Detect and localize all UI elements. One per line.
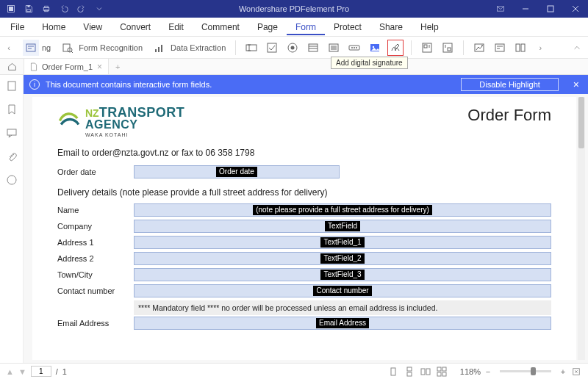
svg-rect-3: [28, 6, 30, 7]
menubar: File Home View Convert Edit Comment Page…: [0, 18, 588, 37]
address2-field[interactable]: TextField_2: [134, 252, 551, 265]
order-date-label: Order date: [57, 167, 126, 176]
svg-rect-25: [268, 43, 276, 52]
page-prev-icon[interactable]: ▲: [6, 367, 14, 376]
view-facing-continuous-icon[interactable]: [435, 366, 448, 378]
town-field[interactable]: TextField_3: [134, 268, 551, 281]
mail-icon[interactable]: [488, 0, 513, 18]
name-label: Name: [57, 206, 126, 214]
address1-field[interactable]: TextField_1: [134, 236, 551, 249]
disable-highlight-button[interactable]: Disable Highlight: [461, 78, 559, 91]
contact-field[interactable]: Contact number: [134, 284, 551, 297]
data-extraction-label: Data Extraction: [171, 43, 226, 52]
tab-close-icon[interactable]: ×: [97, 62, 102, 72]
menu-protect[interactable]: Protect: [325, 19, 370, 35]
combobox-field-icon[interactable]: [305, 40, 321, 56]
button-field-icon[interactable]: [346, 40, 362, 56]
save-icon[interactable]: [21, 1, 37, 17]
menu-help[interactable]: Help: [412, 19, 448, 35]
field-tag: Order date: [216, 167, 257, 177]
banner-message: This document contains interactive form …: [46, 80, 212, 89]
checkbox-field-icon[interactable]: [264, 40, 280, 56]
search-panel-icon[interactable]: [5, 173, 18, 187]
svg-rect-20: [161, 45, 162, 52]
close-button[interactable]: [563, 0, 588, 18]
svg-line-17: [71, 51, 73, 53]
svg-rect-62: [421, 369, 425, 375]
zoom-slider-handle[interactable]: [531, 367, 536, 375]
fit-page-icon[interactable]: [570, 366, 582, 378]
separator: [411, 40, 412, 55]
listbox-field-icon[interactable]: [326, 40, 342, 56]
app-menu-icon[interactable]: [3, 1, 19, 17]
page-current-input[interactable]: [31, 366, 51, 377]
svg-rect-67: [442, 372, 446, 376]
thumbnails-icon[interactable]: [5, 79, 18, 93]
ribbon-collapse-icon[interactable]: [569, 44, 585, 51]
tooltip: Add digital signature: [331, 57, 408, 69]
print-icon[interactable]: [38, 1, 54, 17]
minimize-button[interactable]: [513, 0, 538, 18]
form-recognition-label: Form Recognition: [79, 43, 143, 52]
field-tag: TextField_3: [320, 270, 364, 280]
menu-home[interactable]: Home: [33, 19, 74, 35]
order-date-field[interactable]: Order date: [134, 165, 340, 178]
undo-icon[interactable]: [56, 1, 72, 17]
svg-rect-57: [7, 129, 16, 135]
menu-comment[interactable]: Comment: [193, 19, 248, 35]
svg-rect-65: [442, 367, 446, 371]
attachments-icon[interactable]: [5, 150, 18, 163]
ribbon-scroll-left[interactable]: ‹: [3, 43, 15, 52]
qat-dropdown-icon[interactable]: [91, 1, 107, 17]
form-tool-c-icon[interactable]: [471, 40, 487, 56]
digital-signature-icon[interactable]: [387, 40, 404, 56]
add-tab-button[interactable]: +: [109, 59, 126, 74]
form-tool-a-icon[interactable]: [419, 40, 435, 56]
data-extraction-button[interactable]: Data Extraction: [149, 40, 228, 56]
document-tab[interactable]: Order Form_1 ×: [24, 59, 109, 74]
view-facing-icon[interactable]: [419, 366, 432, 378]
page-next-icon[interactable]: ▼: [18, 367, 26, 376]
menu-file[interactable]: File: [1, 19, 33, 35]
email-field[interactable]: Email Address: [134, 317, 551, 330]
delivery-heading: Delivery details (note please provide a …: [57, 187, 551, 198]
logo: NZTRANSPORT AGENCY WAKA KOTAHI: [57, 106, 184, 137]
menu-edit[interactable]: Edit: [159, 19, 193, 35]
banner-close-icon[interactable]: ×: [570, 79, 582, 90]
view-single-icon[interactable]: [387, 366, 400, 378]
maximize-button[interactable]: [538, 0, 563, 18]
svg-rect-59: [391, 368, 395, 375]
menu-share[interactable]: Share: [370, 19, 412, 35]
home-tab-icon[interactable]: [0, 59, 24, 74]
name-field[interactable]: (note please provide a full street addre…: [134, 203, 551, 217]
text-field-icon[interactable]: [243, 40, 259, 56]
svg-rect-63: [426, 369, 430, 375]
menu-convert[interactable]: Convert: [111, 19, 159, 35]
menu-page[interactable]: Page: [248, 19, 287, 35]
zoom-slider[interactable]: [500, 370, 551, 372]
form-recognition-button[interactable]: Form Recognition: [57, 40, 145, 56]
mandatory-note: **** Mandatory field **** no order will …: [134, 300, 551, 315]
form-tool-b-icon[interactable]: [440, 40, 456, 56]
form-tool-e-icon[interactable]: [512, 40, 528, 56]
scrollbar-thumb[interactable]: [578, 97, 584, 148]
company-field[interactable]: TextField: [134, 220, 551, 233]
bookmarks-icon[interactable]: [5, 103, 18, 116]
logo-sub: WAKA KOTAHI: [85, 132, 184, 137]
form-edit-button[interactable]: ng: [21, 40, 53, 56]
page-separator: /: [56, 367, 58, 376]
menu-view[interactable]: View: [74, 19, 111, 35]
vertical-scrollbar[interactable]: [578, 97, 585, 360]
menu-form[interactable]: Form: [287, 19, 325, 35]
svg-point-50: [481, 45, 483, 46]
form-tool-d-icon[interactable]: [492, 40, 508, 56]
zoom-out-button[interactable]: −: [484, 367, 492, 376]
redo-icon[interactable]: [74, 1, 90, 17]
titlebar: Wondershare PDFelement Pro: [0, 0, 588, 18]
image-field-icon[interactable]: [367, 40, 383, 56]
view-continuous-icon[interactable]: [403, 366, 416, 378]
zoom-in-button[interactable]: +: [559, 367, 567, 376]
ribbon-scroll-right[interactable]: ›: [534, 43, 546, 52]
radio-field-icon[interactable]: [284, 40, 301, 56]
comments-icon[interactable]: [5, 126, 18, 140]
